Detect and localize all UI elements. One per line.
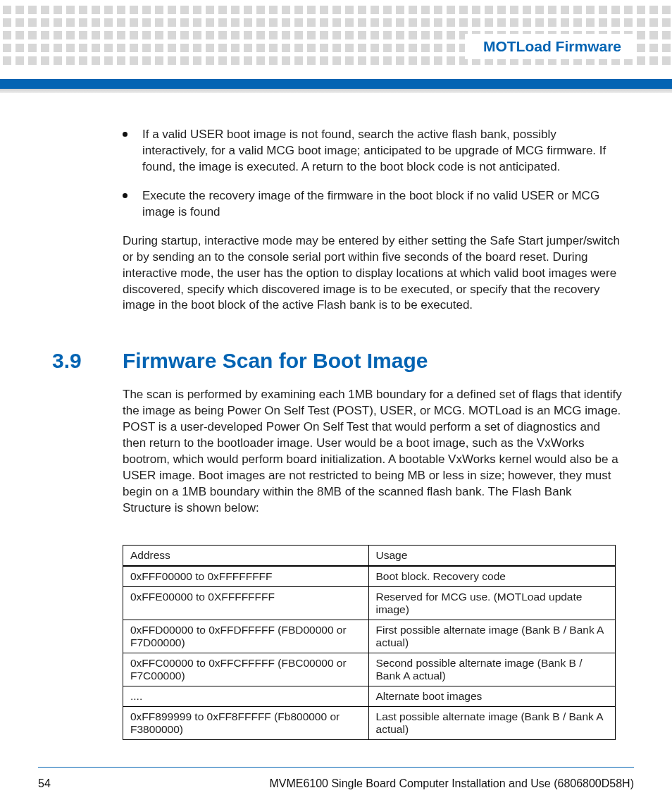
header-gray-bar <box>0 89 672 93</box>
table-row: 0xFFD00000 to 0xFFDFFFFF (FBD00000 or F7… <box>123 620 616 653</box>
footer-rule <box>38 767 634 768</box>
table-cell: 0xFF899999 to 0xFF8FFFFF (Fb800000 or F3… <box>123 706 369 739</box>
scan-paragraph: The scan is performed by examining each … <box>123 387 623 517</box>
table-row: 0xFF899999 to 0xFF8FFFFF (Fb800000 or F3… <box>123 706 616 739</box>
table-header-row: Address Usage <box>123 545 616 566</box>
table-cell: Reserved for MCG use. (MOTLoad update im… <box>368 586 615 620</box>
section-title: Firmware Scan for Boot Image <box>123 349 428 373</box>
section-number: 3.9 <box>52 349 123 373</box>
section-heading: 3.9 Firmware Scan for Boot Image <box>52 349 623 373</box>
header-blue-bar <box>0 79 672 89</box>
table-header-address: Address <box>123 545 369 566</box>
table-cell: .... <box>123 686 369 706</box>
table-cell: 0xFFC00000 to 0xFFCFFFFF (FBC00000 or F7… <box>123 653 369 686</box>
table-header-usage: Usage <box>368 545 615 566</box>
bullet-list: If a valid USER boot image is not found,… <box>123 127 623 221</box>
table-row: 0xFFC00000 to 0xFFCFFFFF (FBC00000 or F7… <box>123 653 616 686</box>
page-number: 54 <box>38 777 51 790</box>
table-row: ....Alternate boot images <box>123 686 616 706</box>
table-cell: 0xFFE00000 to 0XFFFFFFFF <box>123 586 369 620</box>
table-cell: Last possible alternate image (Bank B / … <box>368 706 615 739</box>
table-row: 0xFFF00000 to 0xFFFFFFFFBoot block. Reco… <box>123 566 616 587</box>
table-row: 0xFFE00000 to 0XFFFFFFFFReserved for MCG… <box>123 586 616 620</box>
table-cell: Boot block. Recovery code <box>368 566 615 587</box>
header-title-box: MOTLoad Firmware <box>465 34 634 59</box>
table-cell: 0xFFF00000 to 0xFFFFFFFF <box>123 566 369 587</box>
flash-bank-table: Address Usage 0xFFF00000 to 0xFFFFFFFFBo… <box>123 545 616 740</box>
startup-paragraph: During startup, interactive mode may be … <box>123 233 623 314</box>
page-footer: 54 MVME6100 Single Board Computer Instal… <box>38 777 634 790</box>
table-cell: Second possible alternate image (Bank B … <box>368 653 615 686</box>
table-cell: 0xFFD00000 to 0xFFDFFFFF (FBD00000 or F7… <box>123 620 369 653</box>
footer-doc-title: MVME6100 Single Board Computer Installat… <box>269 777 634 790</box>
bullet-item: If a valid USER boot image is not found,… <box>123 127 623 175</box>
page-content: If a valid USER boot image is not found,… <box>52 127 623 740</box>
table-cell: Alternate boot images <box>368 686 615 706</box>
bullet-item: Execute the recovery image of the firmwa… <box>123 188 623 221</box>
header-title: MOTLoad Firmware <box>483 38 621 54</box>
table-cell: First possible alternate image (Bank B /… <box>368 620 615 653</box>
